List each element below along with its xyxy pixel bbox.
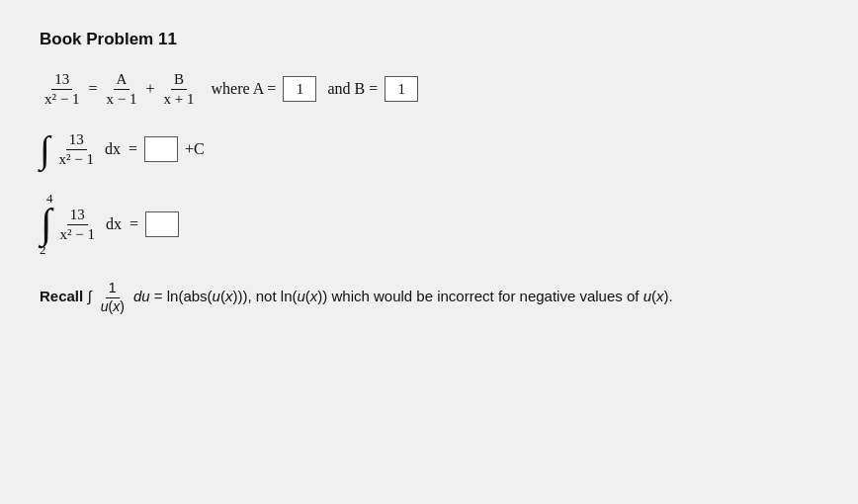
plus-sign: + — [145, 76, 154, 102]
integral-symbol-1: ∫ — [40, 130, 49, 168]
lower-bound: 2 — [40, 243, 46, 257]
rhs2-numerator: B — [171, 71, 187, 90]
dx-1: dx — [105, 136, 121, 162]
rhs1-numerator: A — [114, 71, 130, 90]
integral-symbol-2: ∫ — [41, 206, 52, 243]
recall-frac-den: u(x) — [98, 298, 128, 314]
plus-c: +C — [185, 136, 205, 162]
recall-integral: ∫ — [87, 288, 95, 304]
rhs1-denominator: x − 1 — [104, 90, 140, 108]
recall-label: Recall — [40, 288, 83, 304]
definite-integral-section: 4 ∫ 2 13 x² − 1 dx = — [40, 192, 818, 257]
indefinite-integral-section: ∫ 13 x² − 1 dx = +C — [40, 130, 818, 168]
recall-frac-num: 1 — [106, 281, 120, 297]
lhs-numerator: 13 — [51, 71, 72, 90]
equals-2: = — [129, 136, 137, 162]
integrand2-numerator: 13 — [67, 207, 88, 225]
equals-3: = — [129, 211, 138, 237]
lhs-denominator: x² − 1 — [42, 90, 82, 108]
equals-sign-1: = — [88, 76, 97, 102]
where-text: where A = — [211, 76, 276, 102]
integral-bounds-container: 4 ∫ 2 — [40, 192, 53, 257]
rhs2-fraction: B x + 1 — [161, 71, 198, 107]
and-text: and B = — [327, 76, 378, 102]
recall-fraction: 1 u(x) — [98, 281, 128, 314]
answer-box-b[interactable]: 1 — [385, 76, 418, 102]
lhs-fraction: 13 x² − 1 — [42, 71, 82, 107]
partial-fraction-section: 13 x² − 1 = A x − 1 + B x + 1 where A = … — [40, 71, 818, 107]
definite-integral-row: 4 ∫ 2 13 x² − 1 dx = — [40, 192, 818, 257]
answer-box-definite[interactable] — [145, 211, 179, 237]
rhs1-fraction: A x − 1 — [104, 71, 140, 107]
integrand1-denominator: x² − 1 — [55, 150, 96, 168]
recall-text-part2: du = ln(abs(u(x))), not ln(u(x)) which w… — [133, 288, 673, 304]
integrand2-fraction: 13 x² − 1 — [57, 207, 98, 242]
answer-box-indefinite[interactable] — [144, 136, 178, 162]
definite-integral-container: 4 ∫ 2 — [40, 192, 53, 257]
integrand1-fraction: 13 x² − 1 — [55, 131, 96, 167]
answer-box-a[interactable]: 1 — [283, 76, 316, 102]
integrand2-denominator: x² − 1 — [57, 225, 98, 243]
indefinite-integral-row: ∫ 13 x² − 1 dx = +C — [40, 130, 818, 168]
recall-section: Recall ∫ 1 u(x) du = ln(abs(u(x))), not … — [40, 281, 818, 314]
integrand1-numerator: 13 — [66, 131, 87, 150]
rhs2-denominator: x + 1 — [161, 90, 198, 108]
dx-2: dx — [106, 211, 122, 237]
book-problem-title: Book Problem 11 — [40, 30, 818, 49]
partial-fraction-row: 13 x² − 1 = A x − 1 + B x + 1 where A = … — [40, 71, 818, 107]
